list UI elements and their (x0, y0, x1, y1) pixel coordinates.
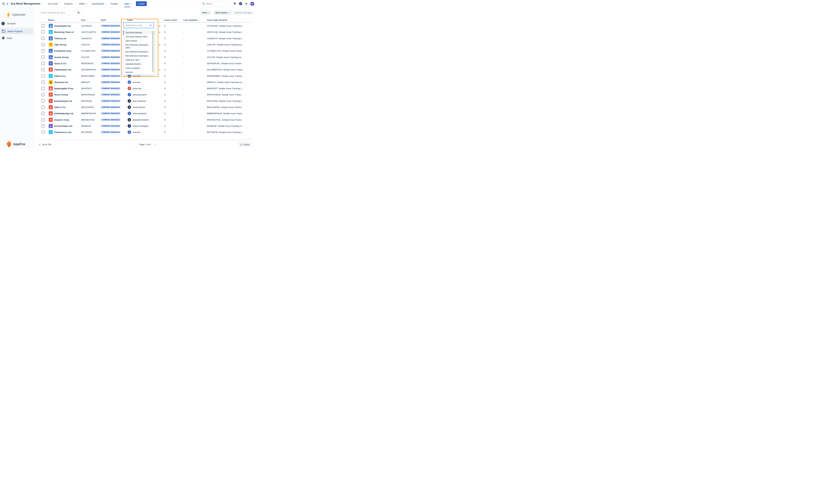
row-checkbox[interactable] (42, 24, 45, 27)
dropdown-option[interactable]: Ben Warwick-Champion (dev) (123, 43, 154, 50)
project-name[interactable]: Nelgutagaful Corp. (54, 87, 74, 90)
dropdown-option[interactable]: abdullah.ibrahim (123, 62, 154, 66)
last-updated: - (183, 100, 184, 102)
dropdown-option[interactable]: Optimizer Test (123, 58, 154, 62)
top-navigation: Jira Work Management Your work Projects … (0, 0, 256, 8)
row-checkbox[interactable] (42, 106, 45, 109)
project-name[interactable]: Apoju & Co. (54, 62, 67, 65)
row-checkbox[interactable] (42, 87, 45, 90)
footer-divider (39, 140, 252, 140)
dropdown-option[interactable]: Jack Graves (123, 39, 154, 43)
row-checkbox[interactable] (42, 31, 45, 34)
project-name[interactable]: Vensazofojku Ltd. (54, 125, 73, 127)
lead-name: eva.lien (133, 75, 140, 77)
lead-avatar: A (128, 118, 131, 121)
dropdown-option[interactable]: eva.lien (123, 70, 154, 74)
issue-count: 0 (164, 31, 166, 33)
global-search-input[interactable] (201, 1, 230, 6)
dropdown-option[interactable]: Tom Buhl-Nielsen (dev) (123, 35, 154, 39)
row-checkbox[interactable] (42, 68, 45, 71)
project-name[interactable]: Susiok Group (54, 56, 69, 58)
app-switcher-icon[interactable] (2, 2, 5, 5)
style-badge: COMPANY MANAGED (101, 93, 121, 96)
project-name[interactable]: Etamubazjod Ltd. (54, 100, 73, 102)
issue-count: 0 (164, 25, 166, 27)
row-checkbox[interactable] (42, 37, 45, 40)
row-checkbox[interactable] (42, 112, 45, 115)
issue-type-scheme: AEOTLOQ: Simple Issue Tracking I... (207, 31, 244, 33)
nav-projects[interactable]: Projects (64, 0, 75, 7)
chevron-down-icon (59, 3, 60, 4)
last-updated: - (183, 43, 184, 46)
row-checkbox[interactable] (42, 124, 45, 127)
project-name[interactable]: Kihujlufuw Corp. (54, 50, 72, 52)
project-name[interactable]: Jebiz & Co. (54, 106, 66, 108)
settings-gear-icon[interactable]: ⚙ (245, 2, 248, 5)
project-name[interactable]: Jinaceara Inc. (54, 81, 69, 83)
optimizer-app-name: Optimizer (12, 13, 26, 17)
go-back-button[interactable]: ← Go back (0, 21, 34, 26)
style-badge: COMPANY MANAGED (101, 68, 121, 71)
row-checkbox[interactable] (42, 43, 45, 46)
table-row: ≡Etamubazjod Ltd.BKSTRXQCOMPANY MANAGEDJ… (39, 98, 252, 104)
nav-dashboards[interactable]: Dashboards (92, 0, 107, 7)
row-checkbox[interactable] (42, 118, 45, 121)
project-name[interactable]: Hovzu Group (54, 93, 68, 96)
dropdown-option[interactable]: amar.sundaram (123, 66, 154, 70)
dropdown-option[interactable]: Ben Warwick-Champion (123, 50, 154, 54)
last-updated: - (183, 37, 184, 40)
export-button[interactable]: Export (238, 142, 252, 147)
row-checkbox[interactable] (42, 74, 45, 77)
app-title: Jira Work Management (10, 2, 40, 5)
project-name[interactable]: Juupobejani Inc. (54, 25, 72, 27)
lead-name: phan.kim (133, 87, 142, 90)
lead-user-select[interactable]: Search for a user (123, 22, 154, 28)
project-key: ASULSF (81, 43, 90, 46)
nav-people[interactable]: People (111, 0, 120, 7)
row-checkbox[interactable] (42, 131, 45, 134)
sidebar-item-active-projects[interactable]: Active Projects (0, 28, 33, 34)
jira-home-link[interactable]: Jira Work Management (7, 2, 40, 5)
row-checkbox[interactable] (42, 81, 45, 84)
project-name[interactable]: Zafuczi Inc. (54, 75, 66, 77)
project-name[interactable]: Marketing Team v2 (54, 31, 74, 33)
project-name[interactable]: Tuthooj Ltd. (54, 37, 67, 40)
dropdown-option[interactable]: Ben Warwick-Champion (123, 54, 154, 58)
project-name[interactable]: Fiheluohvuc Ltd. (54, 131, 72, 133)
project-key: AEOTLOQTFG (81, 31, 96, 33)
issue-count: 0 (164, 112, 166, 115)
chevron-down-icon (130, 3, 132, 4)
help-icon[interactable]: ? (239, 2, 242, 5)
lead-name: abdullah.ibrahim (133, 118, 149, 121)
issue-count: 0 (164, 81, 166, 83)
row-checkbox[interactable] (42, 62, 45, 65)
notifications-bell-icon[interactable] (233, 2, 237, 6)
nav-apps[interactable]: Apps (124, 0, 132, 7)
appfox-logo: AppFox (6, 141, 25, 148)
create-button[interactable]: Create (136, 1, 147, 6)
project-name[interactable]: Uletefojakukig Ltd. (54, 112, 74, 115)
issue-type-scheme: BKZZJHPPK: Simple Issue Trackin... (207, 106, 243, 108)
project-name[interactable]: Agfo Group (54, 43, 66, 46)
nav-your-work[interactable]: Your work (48, 0, 60, 7)
row-checkbox[interactable] (42, 49, 45, 52)
dropdown-scrollbar[interactable] (152, 31, 153, 72)
style-badge: COMPANY MANAGED (101, 124, 121, 127)
row-checkbox[interactable] (42, 56, 45, 59)
row-checkbox[interactable] (42, 93, 45, 96)
issue-type-scheme: ACTDGZG: Simple Issue Tracking I... (207, 25, 244, 27)
result-range-label: 1 - 18 of 754 (39, 143, 51, 146)
style-badge: COMPANY MANAGED (101, 74, 121, 77)
table-row: ▣Jinaceara Inc.BIRKIVXCOMPANY MANAGEDEev… (39, 79, 252, 85)
dropdown-option[interactable]: Tom Buhl-Nielsen (123, 31, 154, 35)
fox-icon (6, 141, 12, 148)
user-avatar[interactable]: JR (250, 2, 254, 6)
project-name[interactable]: Josjanro Corp. (54, 118, 70, 121)
lead-name: eva.lien (133, 81, 140, 83)
project-name[interactable]: Tujifunekbel Ltd. (54, 68, 72, 71)
row-checkbox[interactable] (42, 99, 45, 102)
nav-filters[interactable]: Filters (79, 0, 88, 7)
sidebar-item-trash[interactable]: Trash (0, 35, 33, 41)
next-page-arrow-icon[interactable]: → (154, 143, 156, 146)
lead-dropdown-menu: Tom Buhl-NielsenTom Buhl-Nielsen (dev)Ja… (123, 29, 154, 75)
